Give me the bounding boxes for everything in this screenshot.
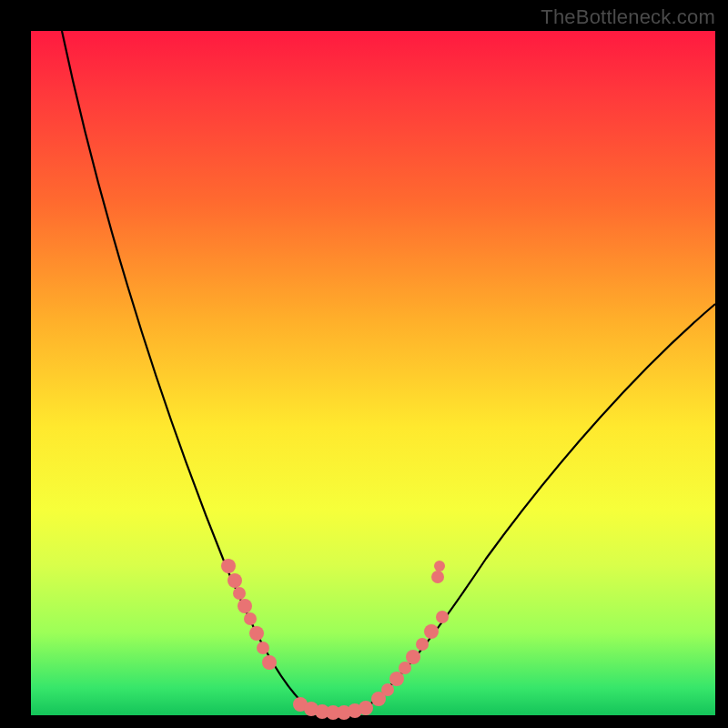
marker-dot [228,573,242,588]
marker-dot [406,650,420,664]
marker-dot [399,662,411,674]
marker-dot [359,701,373,715]
marker-dot [257,642,269,654]
curve-layer [31,31,715,715]
bottleneck-curve-left [62,31,304,704]
plot-area [31,31,715,715]
marker-dot [221,559,236,573]
marker-dot [424,624,439,639]
chart-frame: TheBottleneck.com [0,0,728,728]
marker-dot [389,672,404,686]
marker-dot [434,561,445,571]
marker-dot [416,638,429,651]
marker-dot [238,599,252,613]
marker-dot [262,655,277,670]
marker-dot [249,626,264,641]
marker-dot [431,571,444,583]
marker-dot [233,587,246,600]
attribution-text: TheBottleneck.com [541,5,715,29]
marker-dot [244,612,257,625]
marker-dot [381,683,394,696]
marker-dot [436,611,449,623]
